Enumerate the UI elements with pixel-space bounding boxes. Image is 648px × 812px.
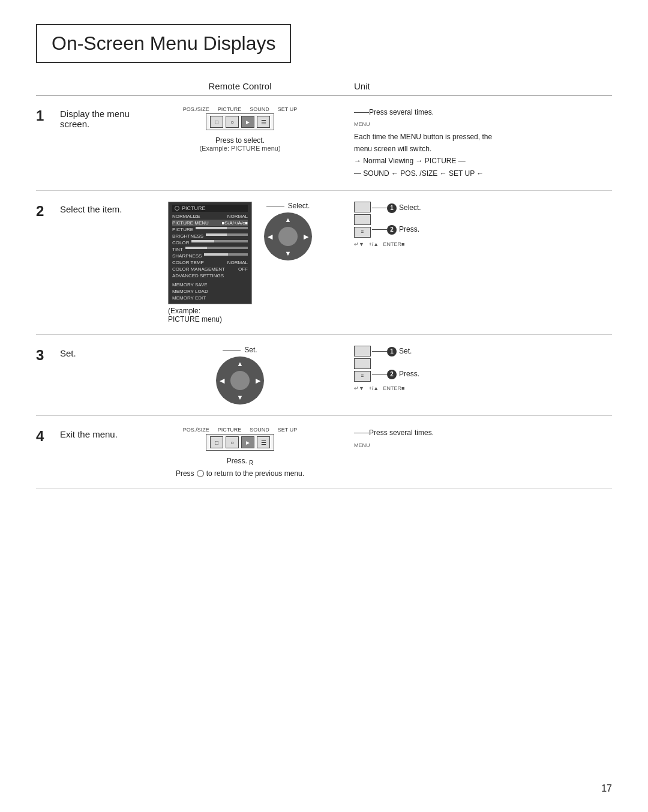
menu-row-normalize: NORMALIZENORMAL [172,213,248,220]
step-3-number: 3 [36,347,54,364]
step-2-remote: PICTURE NORMALIZENORMAL PICTURE MENU■S/A… [144,202,336,323]
menu-row-memoryload: MEMORY LOAD [172,288,248,295]
h-line-1 [354,112,369,113]
remote-btn-menu: ☰ [257,116,270,128]
step1-unit-text5: — SOUND ← POS. /SIZE ← SET UP ← [354,167,612,179]
connector-line-select [266,206,284,206]
step4-unit-text1: Press several times. [369,427,434,439]
connector-line-set [223,350,241,350]
unit-btn-2b [354,214,371,225]
circle-num-3b: 2 [387,370,397,379]
remote-bar-labels-1: POS./SIZE PICTURE SOUND SET UP [183,106,297,112]
step-3-unit: ≡ 1 Set. 2 Press. ↵▼ +/▲ ENTER■ [336,346,612,392]
dpad-3: ▲ ▼ ◀ ▶ [216,356,264,404]
step-4-label: Exit the menu. [60,429,144,439]
dpad3-right: ▶ [256,377,260,385]
unit-labels-3: 1 Set. 2 Press. [372,346,419,382]
step-1-row: 1 Display the menu screen. POS./SIZE PIC… [36,95,612,191]
dpad3-down: ▼ [237,394,244,401]
dpad-up: ▲ [285,216,292,223]
step1-unit-text4: → Normal Viewing → PICTURE — [354,155,612,167]
label-sound: SOUND [250,106,269,112]
circle-btn [197,470,204,477]
menu-row-sharpness: SHARPNESS [172,253,248,259]
col-unit-header: Unit [336,81,612,91]
step-1-label-col: 1 Display the menu screen. [36,106,144,129]
step-3-row: 3 Set. Set. ▲ ▼ ◀ ▶ ≡ [36,335,612,416]
remote-btn4-menu: ☰ [257,436,270,448]
unit-diagram-3: ≡ 1 Set. 2 Press. [354,346,612,382]
step-4-row: 4 Exit the menu. POS./SIZE PICTURE SOUND… [36,416,612,489]
h-line-3a [372,351,387,352]
press-return-text: Press [176,469,194,478]
unit-diagram-2: ≡ 1 Select. 2 Press. [354,202,612,238]
step2-example-sub: PICTURE menu) [168,315,222,323]
step2-select-label: Select. [288,202,310,210]
remote-btn-possize: □ [210,116,223,128]
menu-label-4: MENU [354,441,612,450]
dpad3-up: ▲ [237,360,244,367]
step-4-remote: POS./SIZE PICTURE SOUND SET UP □ ○ ► ☰ P… [144,427,336,477]
step-1-number: 1 [36,107,54,124]
press-sub: R [249,460,253,467]
unit-press-text-3: Press. [399,368,419,380]
step-3-label-col: 3 Set. [36,346,144,364]
menu-row-memorysave: MEMORY SAVE [172,281,248,288]
page-title: On-Screen Menu Displays [36,24,291,63]
unit-label-press-line: 2 Press. [372,223,421,236]
page-container: On-Screen Menu Displays Remote Control U… [0,0,648,812]
label4-picture: PICTURE [218,427,242,433]
step4-remote-caption: Press. R [227,457,254,466]
remote-btn4-picture: ○ [226,436,239,448]
menu-row-picture: PICTURE [172,226,248,233]
label4-possize: POS./SIZE [183,427,209,433]
step4-unit-line1: Press several times. [354,427,612,439]
dpad-2: ▲ ▼ ◀ ▶ [264,212,312,260]
step-3-remote: Set. ▲ ▼ ◀ ▶ [144,346,336,404]
remote-btn-picture: ○ [226,116,239,128]
step-1-remote: POS./SIZE PICTURE SOUND SET UP □ ○ ► ☰ P… [144,106,336,152]
menu-row-tint: TINT [172,246,248,253]
unit-btn-labels-3: ↵▼ +/▲ ENTER■ [354,384,612,392]
unit-btn-3a [354,346,371,356]
h-line-3b [372,374,387,374]
unit-btn-2a [354,202,371,212]
dpad3-left: ◀ [220,377,224,385]
remote-bar-labels-4: POS./SIZE PICTURE SOUND SET UP [183,427,297,433]
dpad-left: ◀ [268,233,272,241]
remote-bar-1: □ ○ ► ☰ [206,113,274,130]
step-4-number: 4 [36,428,54,445]
label4-sound: SOUND [250,427,269,433]
step-2-label: Select the item. [60,204,144,214]
menu-label-small: MENU [354,120,612,129]
unit-btn-enter-3: ≡ [354,371,371,382]
columns-header: Remote Control Unit [36,81,612,95]
unit-label-set-line: 1 Set. [372,346,419,357]
unit-labels-2: 1 Select. 2 Press. [372,202,421,238]
circle-num-1: 1 [387,203,397,213]
step-2-number: 2 [36,203,54,220]
dpad-right: ▶ [304,233,308,241]
remote-bar-4: □ ○ ► ☰ [206,434,274,451]
dpad-inner-3 [230,371,250,390]
unit-btn-labels-2: ↵▼ +/▲ ENTER■ [354,240,612,248]
step3-set-label: Set. [244,346,257,354]
h-line-2a [372,208,387,208]
press-return-text2: to return to the previous menu. [206,469,304,478]
col-remote-header: Remote Control [144,81,336,91]
unit-label-press-line-3: 2 Press. [372,368,419,380]
step-2-row: 2 Select the item. PICTURE NORMALIZENORM… [36,191,612,335]
menu-row-memoryedit: MEMORY EDIT [172,295,248,301]
unit-select-text: Select. [399,202,421,214]
h-line-2b [372,229,387,230]
step-3-label: Set. [60,348,144,358]
col-step-header [36,81,144,91]
step2-example-label: (Example: [168,307,200,315]
remote-btn-arrow: ► [241,116,254,128]
menu-row-brightness: BRIGHTNESS [172,233,248,239]
unit-circle-1: 1 [387,202,399,214]
step1-unit-line1: Press several times. [354,106,612,118]
label-setup: SET UP [278,106,297,112]
unit-btn-3b [354,358,371,369]
step-1-remote-caption: Press to select. [215,136,265,145]
